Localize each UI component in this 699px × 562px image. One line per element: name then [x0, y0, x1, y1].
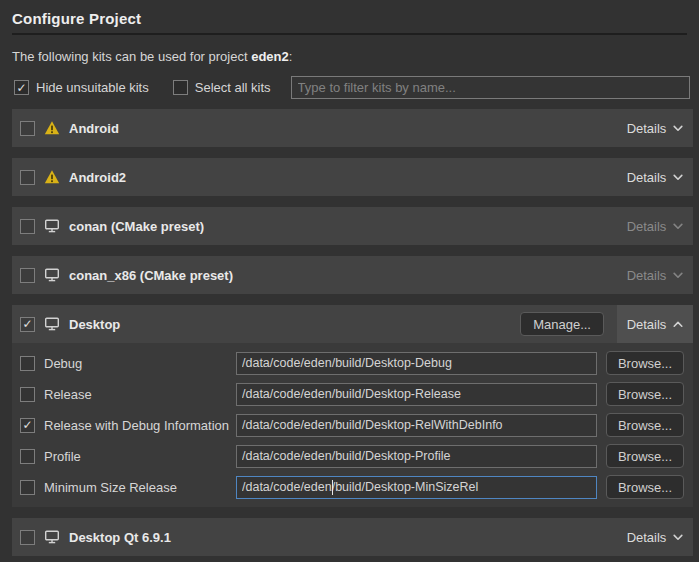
chevron-down-icon: [673, 125, 683, 132]
build-config-label: Debug: [44, 356, 236, 371]
chevron-down-icon: [673, 223, 683, 230]
build-dir-field: [236, 445, 597, 468]
chevron-down-icon: [673, 534, 683, 541]
warning-icon: [44, 120, 60, 136]
desktop-icon: [44, 218, 60, 234]
details-toggle-button: Details: [617, 256, 693, 294]
build-config-row-release: Release Browse...: [20, 382, 693, 406]
build-config-checkbox[interactable]: [20, 356, 35, 371]
details-label: Details: [627, 170, 667, 185]
kit-header[interactable]: Android2 Details: [12, 158, 693, 196]
details-toggle-button[interactable]: Details: [617, 158, 693, 196]
details-toggle-button[interactable]: Details: [617, 518, 693, 556]
kit-header[interactable]: conan_x86 (CMake preset) Details: [12, 256, 693, 294]
browse-button[interactable]: Browse...: [606, 475, 684, 499]
build-dir-input-focused[interactable]: [236, 476, 597, 499]
intro-suffix: :: [289, 49, 293, 64]
build-dir-input[interactable]: [236, 445, 597, 468]
kit-details-panel: Debug Browse... Release Browse... Releas…: [12, 343, 693, 507]
manage-kits-button[interactable]: Manage...: [520, 312, 604, 336]
details-label: Details: [627, 121, 667, 136]
project-name: eden2: [251, 49, 289, 64]
browse-button[interactable]: Browse...: [606, 382, 684, 406]
desktop-icon: [44, 529, 60, 545]
kit-row-android: Android Details: [12, 109, 693, 147]
select-all-kits-label: Select all kits: [195, 80, 271, 95]
build-config-label: Release: [44, 387, 236, 402]
kit-row-desktop-qt: Desktop Qt 6.9.1 Details: [12, 518, 693, 556]
kit-checkbox[interactable]: [20, 530, 35, 545]
kit-header[interactable]: Desktop Qt 6.9.1 Details: [12, 518, 693, 556]
kit-filter-controls: Hide unsuitable kits Select all kits: [14, 76, 690, 99]
details-toggle-button[interactable]: Details: [617, 305, 693, 343]
kit-row-desktop: Desktop Manage... Details Debug Browse..…: [12, 305, 693, 507]
browse-button[interactable]: Browse...: [606, 444, 684, 468]
details-label: Details: [627, 530, 667, 545]
build-config-label: Minimum Size Release: [44, 480, 236, 495]
build-config-checkbox[interactable]: [20, 449, 35, 464]
kit-checkbox[interactable]: [20, 268, 35, 283]
kit-checkbox[interactable]: [20, 170, 35, 185]
browse-button[interactable]: Browse...: [606, 351, 684, 375]
intro-prefix: The following kits can be used for proje…: [12, 49, 251, 64]
select-all-kits-checkbox[interactable]: [173, 80, 188, 95]
build-dir-field: [236, 476, 597, 499]
chevron-down-icon: [673, 174, 683, 181]
details-label: Details: [627, 219, 667, 234]
kit-header[interactable]: conan (CMake preset) Details: [12, 207, 693, 245]
kit-filter-input[interactable]: [291, 76, 690, 99]
kit-checkbox[interactable]: [20, 121, 35, 136]
text-cursor: [332, 480, 333, 495]
desktop-icon: [44, 267, 60, 283]
kit-name: Desktop: [69, 317, 120, 332]
hide-unsuitable-kits-checkbox[interactable]: [14, 80, 29, 95]
kit-row-conan: conan (CMake preset) Details: [12, 207, 693, 245]
build-config-checkbox[interactable]: [20, 418, 35, 433]
title-bar: Configure Project: [0, 0, 699, 35]
build-dir-field: [236, 383, 597, 406]
build-dir-field: [236, 414, 597, 437]
kit-name: conan (CMake preset): [69, 219, 204, 234]
build-dir-input[interactable]: [236, 414, 597, 437]
details-label: Details: [627, 268, 667, 283]
kit-header[interactable]: Android Details: [12, 109, 693, 147]
kit-name: Desktop Qt 6.9.1: [69, 530, 171, 545]
build-dir-field: [236, 352, 597, 375]
chevron-up-icon: [673, 321, 683, 328]
browse-button[interactable]: Browse...: [606, 413, 684, 437]
build-dir-input[interactable]: [236, 383, 597, 406]
warning-icon: [44, 169, 60, 185]
details-label: Details: [627, 317, 667, 332]
build-config-checkbox[interactable]: [20, 480, 35, 495]
build-config-row-profile: Profile Browse...: [20, 444, 693, 468]
kit-checkbox[interactable]: [20, 317, 35, 332]
hide-unsuitable-kits-label: Hide unsuitable kits: [36, 80, 149, 95]
kit-header[interactable]: Desktop Manage... Details: [12, 305, 693, 343]
build-config-row-minsizerel: Minimum Size Release Browse...: [20, 475, 693, 499]
chevron-down-icon: [673, 272, 683, 279]
kit-name: conan_x86 (CMake preset): [69, 268, 233, 283]
kit-name: Android: [69, 121, 119, 136]
desktop-icon: [44, 316, 60, 332]
page-title: Configure Project: [12, 10, 687, 27]
kit-name: Android2: [69, 170, 126, 185]
details-toggle-button: Details: [617, 207, 693, 245]
intro-text: The following kits can be used for proje…: [12, 49, 687, 64]
build-config-label: Profile: [44, 449, 236, 464]
details-toggle-button[interactable]: Details: [617, 109, 693, 147]
kit-row-android2: Android2 Details: [12, 158, 693, 196]
build-config-row-relwithdebinfo: Release with Debug Information Browse...: [20, 413, 693, 437]
kit-row-conan-x86: conan_x86 (CMake preset) Details: [12, 256, 693, 294]
kit-checkbox[interactable]: [20, 219, 35, 234]
build-dir-input[interactable]: [236, 352, 597, 375]
build-config-label: Release with Debug Information: [44, 418, 236, 433]
build-config-checkbox[interactable]: [20, 387, 35, 402]
title-separator: [12, 33, 687, 35]
build-config-row-debug: Debug Browse...: [20, 351, 693, 375]
kit-list: Android Details Android2 Details conan (…: [12, 109, 693, 556]
